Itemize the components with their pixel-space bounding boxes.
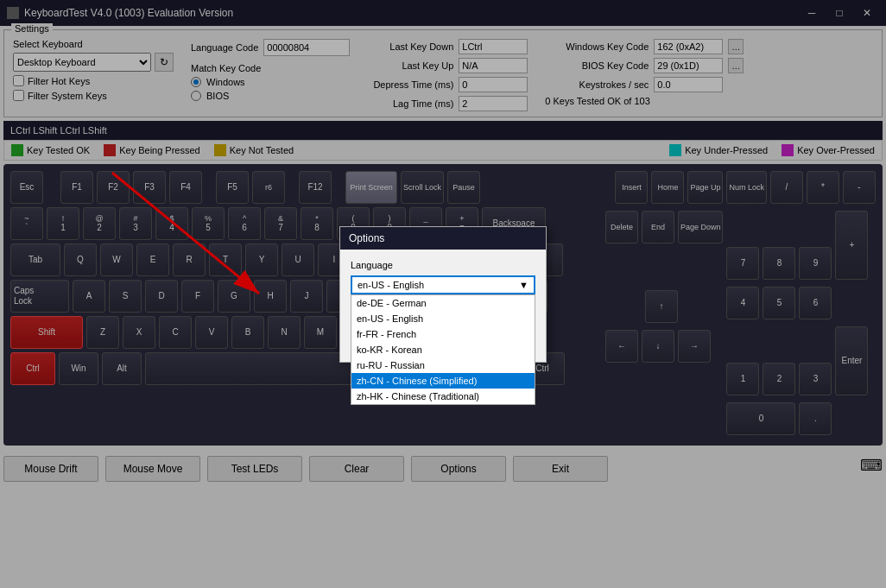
- language-dropdown-list: de-DE - German en-US - English fr-FR - F…: [351, 294, 535, 405]
- dropdown-item-fr[interactable]: fr-FR - French: [351, 326, 535, 342]
- language-dropdown-container: en-US - English ▼ de-DE - German en-US -…: [351, 275, 535, 294]
- modal-overlay: Options Language en-US - English ▼ de-DE…: [0, 0, 886, 588]
- dropdown-item-zh-hk[interactable]: zh-HK - Chinese (Traditional): [351, 389, 535, 404]
- dropdown-arrow-icon: ▼: [519, 280, 528, 290]
- options-modal: Options Language en-US - English ▼ de-DE…: [339, 226, 547, 363]
- dropdown-item-en[interactable]: en-US - English: [351, 311, 535, 326]
- language-selected-text: en-US - English: [358, 280, 424, 290]
- dropdown-item-ru[interactable]: ru-RU - Russian: [351, 357, 535, 373]
- dropdown-item-de[interactable]: de-DE - German: [351, 295, 535, 311]
- language-label: Language: [351, 260, 535, 270]
- modal-title-text: Options: [349, 232, 384, 244]
- language-dropdown-selected[interactable]: en-US - English ▼: [351, 275, 535, 294]
- dropdown-item-zh-cn[interactable]: zh-CN - Chinese (Simplified): [351, 373, 535, 389]
- modal-body: Language en-US - English ▼ de-DE - Germa…: [340, 250, 546, 362]
- dropdown-item-ko[interactable]: ko-KR - Korean: [351, 342, 535, 357]
- modal-title-bar: Options: [340, 227, 546, 250]
